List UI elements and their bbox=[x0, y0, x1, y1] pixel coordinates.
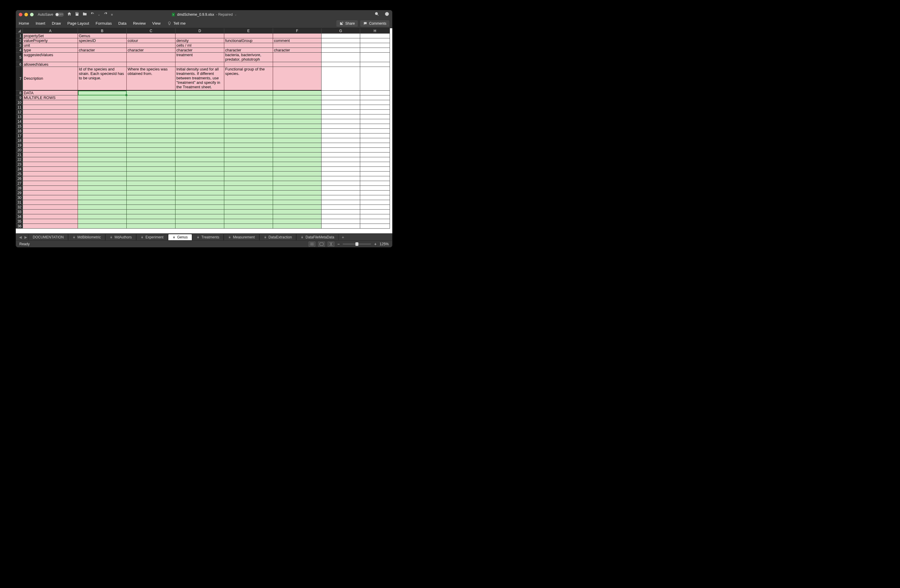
row-header[interactable]: 1 bbox=[16, 34, 23, 38]
cell[interactable] bbox=[321, 115, 360, 119]
cell[interactable] bbox=[175, 110, 224, 115]
cell[interactable] bbox=[273, 205, 321, 210]
cell[interactable] bbox=[321, 210, 360, 214]
column-header[interactable]: A bbox=[23, 28, 78, 34]
cell[interactable] bbox=[224, 138, 273, 143]
cell[interactable] bbox=[321, 119, 360, 124]
cell[interactable] bbox=[127, 205, 175, 210]
cell[interactable] bbox=[273, 91, 321, 96]
cell[interactable]: suggestedValues bbox=[23, 53, 78, 62]
cell[interactable] bbox=[224, 43, 273, 48]
cell[interactable] bbox=[273, 167, 321, 172]
cell[interactable] bbox=[23, 172, 78, 176]
cell[interactable]: Initial density used for all treatments.… bbox=[175, 67, 224, 91]
search-icon[interactable] bbox=[374, 12, 379, 17]
cell[interactable]: bacteria, bacterivore, predator, phototr… bbox=[224, 53, 273, 62]
row-header[interactable]: 7 bbox=[16, 67, 23, 91]
cell[interactable] bbox=[175, 34, 224, 38]
cell[interactable] bbox=[360, 91, 390, 96]
cell[interactable] bbox=[78, 119, 127, 124]
home-icon[interactable] bbox=[67, 12, 72, 17]
cell[interactable] bbox=[78, 219, 127, 224]
cell[interactable] bbox=[175, 162, 224, 167]
cell[interactable] bbox=[321, 43, 360, 48]
cell[interactable] bbox=[175, 138, 224, 143]
row-header[interactable]: 29 bbox=[16, 190, 23, 195]
row-header[interactable]: 3 bbox=[16, 43, 23, 48]
row-header[interactable]: 5 bbox=[16, 53, 23, 62]
cell[interactable] bbox=[273, 176, 321, 181]
cell[interactable] bbox=[127, 138, 175, 143]
cell[interactable] bbox=[273, 153, 321, 157]
cell[interactable] bbox=[175, 124, 224, 129]
sheet-tab[interactable]: DOCUMENTATION bbox=[28, 234, 68, 240]
sheet-tab[interactable]: DataFileMetaData bbox=[296, 234, 339, 240]
cell[interactable]: character bbox=[273, 48, 321, 53]
row-header[interactable]: 28 bbox=[16, 186, 23, 190]
cell[interactable] bbox=[360, 176, 390, 181]
cell[interactable] bbox=[78, 167, 127, 172]
comments-button[interactable]: Comments bbox=[360, 20, 389, 27]
cell[interactable] bbox=[360, 172, 390, 176]
cell[interactable] bbox=[175, 62, 224, 67]
cell[interactable] bbox=[360, 38, 390, 43]
ribbon-tab-formulas[interactable]: Formulas bbox=[96, 21, 112, 26]
cell[interactable] bbox=[273, 210, 321, 214]
cell[interactable]: character bbox=[224, 48, 273, 53]
cell[interactable] bbox=[321, 181, 360, 186]
zoom-window-button[interactable] bbox=[30, 13, 34, 16]
row-header[interactable]: 24 bbox=[16, 167, 23, 172]
cell[interactable] bbox=[175, 224, 224, 229]
cell[interactable]: speciesID bbox=[78, 38, 127, 43]
cell[interactable] bbox=[175, 167, 224, 172]
row-header[interactable]: 13 bbox=[16, 115, 23, 119]
row-header[interactable]: 14 bbox=[16, 119, 23, 124]
cell[interactable] bbox=[23, 162, 78, 167]
qat-customize-icon[interactable]: ≡ bbox=[111, 13, 113, 16]
cell[interactable] bbox=[127, 186, 175, 190]
row-header[interactable]: 23 bbox=[16, 162, 23, 167]
ribbon-tab-review[interactable]: Review bbox=[133, 21, 146, 26]
cell[interactable] bbox=[78, 162, 127, 167]
cell[interactable] bbox=[321, 195, 360, 200]
cell[interactable] bbox=[273, 143, 321, 148]
cell[interactable] bbox=[127, 219, 175, 224]
cell[interactable] bbox=[127, 157, 175, 162]
column-header[interactable]: C bbox=[127, 28, 175, 34]
cell[interactable] bbox=[224, 124, 273, 129]
row-header[interactable]: 27 bbox=[16, 181, 23, 186]
cell[interactable] bbox=[273, 53, 321, 62]
cell[interactable] bbox=[23, 115, 78, 119]
cell[interactable] bbox=[127, 96, 175, 100]
cell[interactable] bbox=[23, 143, 78, 148]
cell[interactable] bbox=[273, 96, 321, 100]
sheet-nav-prev[interactable]: ◀ bbox=[17, 235, 23, 239]
cell[interactable]: cells / ml bbox=[175, 43, 224, 48]
autosave-toggle[interactable]: AutoSave OFF bbox=[38, 12, 64, 17]
cell[interactable] bbox=[273, 172, 321, 176]
cell[interactable] bbox=[360, 43, 390, 48]
row-header[interactable]: 10 bbox=[16, 100, 23, 105]
cell[interactable] bbox=[224, 162, 273, 167]
cell[interactable] bbox=[23, 219, 78, 224]
cell[interactable] bbox=[224, 148, 273, 153]
cell[interactable] bbox=[175, 181, 224, 186]
row-header[interactable]: 17 bbox=[16, 133, 23, 138]
cell[interactable] bbox=[360, 200, 390, 205]
cell[interactable]: valueProperty bbox=[23, 38, 78, 43]
cell[interactable]: treatment bbox=[175, 53, 224, 62]
cell[interactable] bbox=[224, 205, 273, 210]
cell[interactable] bbox=[23, 186, 78, 190]
cell[interactable] bbox=[175, 190, 224, 195]
cell[interactable] bbox=[360, 100, 390, 105]
page-layout-view-button[interactable] bbox=[318, 242, 325, 246]
cell[interactable] bbox=[23, 119, 78, 124]
ribbon-tab-insert[interactable]: Insert bbox=[36, 21, 45, 26]
cell[interactable] bbox=[321, 190, 360, 195]
cell[interactable]: functionalGroup bbox=[224, 38, 273, 43]
ribbon-tab-draw[interactable]: Draw bbox=[52, 21, 61, 26]
cell[interactable] bbox=[127, 115, 175, 119]
cell[interactable] bbox=[175, 210, 224, 214]
cell[interactable] bbox=[127, 53, 175, 62]
cell[interactable] bbox=[224, 100, 273, 105]
